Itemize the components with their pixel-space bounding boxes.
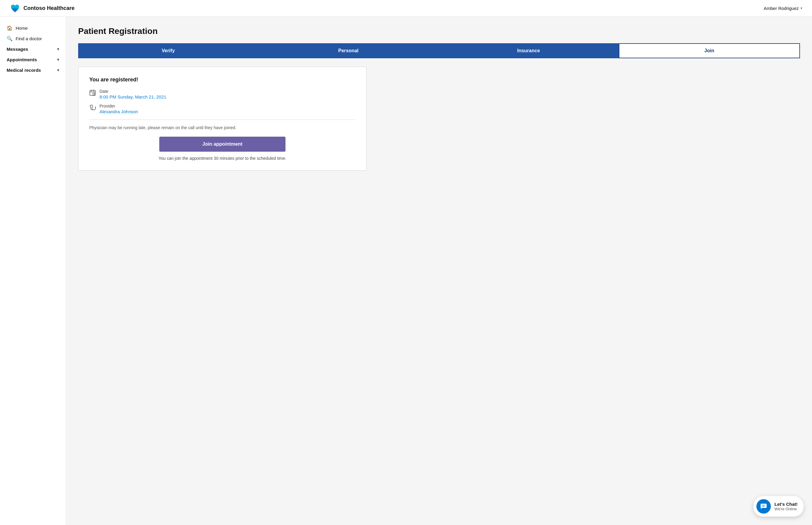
svg-point-7 xyxy=(95,107,96,108)
main-content: Patient Registration Verify Personal Ins… xyxy=(66,17,812,525)
provider-label: Provider xyxy=(100,104,138,108)
messages-label: Messages xyxy=(6,47,28,52)
registration-status: You are registered! xyxy=(89,77,355,83)
logo-area: Contoso Healthcare xyxy=(10,3,75,14)
user-chevron-icon: ▾ xyxy=(801,6,802,10)
app-name: Contoso Healthcare xyxy=(24,5,75,11)
chat-title: Let's Chat! xyxy=(774,501,798,507)
sidebar: 🏠 Home 🔍 Find a doctor Messages ▾ Appoin… xyxy=(0,17,66,525)
tab-join[interactable]: Join xyxy=(619,43,800,58)
registration-card: You are registered! Date xyxy=(78,67,367,170)
date-label: Date xyxy=(100,89,166,94)
header: Contoso Healthcare Amber Rodriguez ▾ xyxy=(0,0,812,17)
sidebar-item-messages[interactable]: Messages ▾ xyxy=(0,44,66,54)
medical-records-chevron-icon: ▾ xyxy=(57,68,59,72)
home-icon: 🏠 xyxy=(6,25,13,31)
tab-bar: Verify Personal Insurance Join xyxy=(78,43,800,58)
medical-records-label: Medical records xyxy=(6,68,41,73)
sidebar-item-find-doctor-label: Find a doctor xyxy=(16,36,42,41)
tab-verify[interactable]: Verify xyxy=(78,43,259,58)
tab-insurance[interactable]: Insurance xyxy=(439,43,619,58)
join-appointment-button[interactable]: Join appointment xyxy=(159,137,285,152)
sidebar-item-appointments[interactable]: Appointments ▾ xyxy=(0,54,66,65)
sidebar-item-home[interactable]: 🏠 Home xyxy=(0,23,66,33)
provider-value: Alexandra Johnson xyxy=(100,109,138,114)
stethoscope-icon xyxy=(89,104,96,112)
sidebar-item-home-label: Home xyxy=(16,26,28,31)
divider xyxy=(89,120,355,120)
chat-icon-circle xyxy=(756,499,771,514)
logo-icon xyxy=(10,3,20,14)
notice-text: Physician may be running late, please re… xyxy=(89,125,355,130)
messages-chevron-icon: ▾ xyxy=(57,47,59,51)
appointments-label: Appointments xyxy=(6,57,37,62)
sidebar-item-find-doctor[interactable]: 🔍 Find a doctor xyxy=(0,33,66,44)
appointments-chevron-icon: ▾ xyxy=(57,57,59,62)
date-row: Date 8:00 PM Sunday, March 21, 2021 xyxy=(89,89,355,100)
sidebar-item-medical-records[interactable]: Medical records ▾ xyxy=(0,65,66,75)
join-note: You can join the appointment 30 minutes … xyxy=(89,156,355,161)
calendar-icon xyxy=(89,90,96,97)
provider-row: Provider Alexandra Johnson xyxy=(89,104,355,114)
date-value: 8:00 PM Sunday, March 21, 2021 xyxy=(100,94,166,100)
provider-block: Provider Alexandra Johnson xyxy=(100,104,138,114)
chat-text: Let's Chat! We're Online xyxy=(774,501,798,511)
chat-subtitle: We're Online xyxy=(774,507,798,511)
user-menu[interactable]: Amber Rodriguez ▾ xyxy=(764,6,802,11)
page-title: Patient Registration xyxy=(78,27,800,36)
date-block: Date 8:00 PM Sunday, March 21, 2021 xyxy=(100,89,166,100)
chat-widget[interactable]: Let's Chat! We're Online xyxy=(753,496,803,516)
tab-personal[interactable]: Personal xyxy=(259,43,439,58)
chat-icon xyxy=(760,503,767,510)
find-doctor-icon: 🔍 xyxy=(6,36,13,42)
user-name: Amber Rodriguez xyxy=(764,6,799,11)
layout: 🏠 Home 🔍 Find a doctor Messages ▾ Appoin… xyxy=(0,17,812,525)
